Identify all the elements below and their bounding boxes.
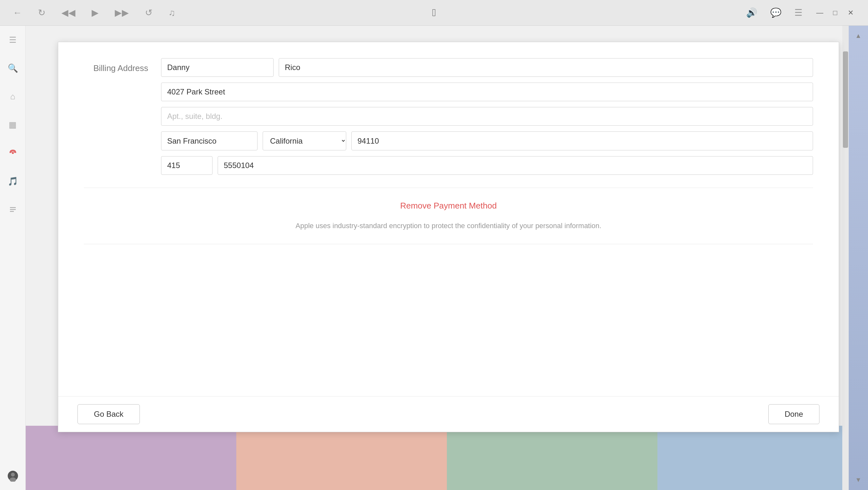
dialog-footer: Go Back Done (58, 396, 839, 432)
playback-controls: ← ↻ ◀◀ ▶ ▶▶ ↺ ♫ (13, 7, 175, 18)
sidebar-menu-icon[interactable]: ☰ (5, 32, 21, 47)
bottom-album-strips (26, 426, 868, 490)
scroll-up-arrow[interactable]: ▲ (855, 32, 862, 39)
sidebar-playlist-icon[interactable] (5, 202, 21, 217)
close-button[interactable]: ✕ (846, 8, 855, 18)
minimize-button[interactable]: — (815, 8, 824, 18)
area-code-input[interactable] (161, 156, 213, 175)
apt-input[interactable] (161, 107, 813, 126)
city-input[interactable] (161, 131, 257, 151)
sidebar: ☰ 🔍 ⌂ ▦ 🎵 (0, 26, 26, 490)
sidebar-grid-icon[interactable]: ▦ (5, 117, 21, 132)
billing-section: Billing Address (84, 58, 813, 175)
svg-point-5 (11, 472, 15, 477)
now-playing-icon[interactable]: ♫ (168, 8, 175, 18)
play-button[interactable]: ▶ (92, 7, 99, 18)
name-row (161, 58, 813, 77)
lyrics-icon[interactable]: 💬 (770, 7, 781, 18)
strip-3 (447, 426, 657, 490)
city-state-zip-row: California AlabamaAlaskaArizona Arkansas… (161, 131, 813, 151)
billing-fields: California AlabamaAlaskaArizona Arkansas… (161, 58, 813, 175)
divider-2 (84, 244, 813, 244)
svg-point-0 (12, 152, 14, 154)
state-select[interactable]: California AlabamaAlaskaArizona Arkansas… (262, 131, 346, 151)
dialog-content: Billing Address (58, 42, 839, 396)
repeat-button[interactable]: ↺ (145, 7, 152, 18)
main-area: ☰ 🔍 ⌂ ▦ 🎵 (0, 26, 868, 490)
shuffle-icon[interactable]: ↻ (38, 7, 45, 18)
street-row (161, 83, 813, 101)
street-input[interactable] (161, 83, 813, 101)
strip-2 (236, 426, 447, 490)
scrollbar-track (842, 26, 849, 490)
next-track-button[interactable]: ▶▶ (115, 7, 129, 18)
sidebar-radio-icon[interactable] (5, 145, 21, 161)
content-area: ▲ ▼ Billing Address (26, 26, 868, 490)
back-button[interactable]: ← (13, 8, 22, 18)
sidebar-user-icon[interactable] (5, 468, 21, 484)
apt-row (161, 107, 813, 126)
sidebar-home-icon[interactable]: ⌂ (5, 89, 21, 104)
divider-1 (84, 188, 813, 188)
encryption-notice: Apple uses industry-standard encryption … (84, 221, 813, 231)
first-name-input[interactable] (161, 58, 274, 77)
app-window: ← ↻ ◀◀ ▶ ▶▶ ↺ ♫  🔊 💬 ☰ — □ (0, 0, 868, 490)
go-back-button[interactable]: Go Back (78, 404, 140, 424)
remove-payment-button[interactable]: Remove Payment Method (400, 201, 497, 211)
volume-icon[interactable]: 🔊 (746, 7, 757, 18)
strip-4 (657, 426, 868, 490)
sidebar-search-icon[interactable]: 🔍 (5, 60, 21, 76)
title-bar: ← ↻ ◀◀ ▶ ▶▶ ↺ ♫  🔊 💬 ☰ — □ (0, 0, 868, 26)
phone-row (161, 156, 813, 175)
billing-dialog: Billing Address (58, 42, 839, 432)
apple-logo:  (432, 7, 436, 19)
window-controls: — □ ✕ (815, 8, 855, 18)
sidebar-music-icon[interactable]: 🎵 (5, 173, 21, 189)
done-button[interactable]: Done (768, 404, 819, 424)
queue-icon[interactable]: ☰ (795, 7, 802, 18)
scroll-down-arrow[interactable]: ▼ (855, 476, 862, 484)
zip-input[interactable] (351, 131, 813, 151)
last-name-input[interactable] (279, 58, 813, 77)
scrollbar-thumb[interactable] (843, 52, 848, 148)
prev-track-button[interactable]: ◀◀ (61, 7, 75, 18)
right-panel: ▲ ▼ (849, 26, 868, 490)
remove-payment-section: Remove Payment Method (84, 201, 813, 211)
title-bar-right: 🔊 💬 ☰ — □ ✕ (746, 7, 855, 18)
phone-input[interactable] (218, 156, 813, 175)
maximize-button[interactable]: □ (831, 8, 840, 18)
strip-1 (26, 426, 236, 490)
billing-address-label: Billing Address (84, 58, 148, 73)
